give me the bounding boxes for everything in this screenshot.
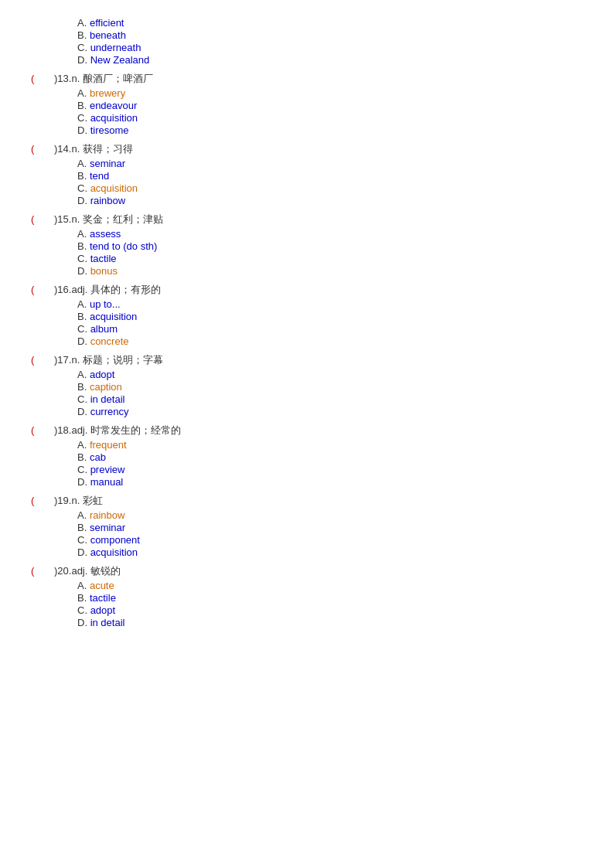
question-chinese-14: 获得；习得 bbox=[83, 142, 133, 156]
option-16-A: A. up to... bbox=[77, 298, 583, 310]
option-17-B: B. caption bbox=[77, 381, 583, 393]
question-chinese-17: 标题；说明；字幕 bbox=[83, 353, 163, 367]
option-19-C: C. component bbox=[77, 534, 583, 546]
option-13-C: C. acquisition bbox=[77, 112, 583, 124]
option-14-B: B. tend bbox=[77, 170, 583, 182]
question-line-13: ()13.n. 酿酒厂；啤酒厂 bbox=[31, 72, 583, 86]
question-text-16: )16.adj. bbox=[54, 284, 90, 295]
option-15-D: D. bonus bbox=[77, 265, 583, 277]
option-17-D: D. currency bbox=[77, 406, 583, 417]
option-14-A: A. seminar bbox=[77, 158, 583, 169]
question-line-18: ()18.adj. 时常发生的；经常的 bbox=[31, 424, 583, 437]
option-15-A: A. assess bbox=[77, 228, 583, 240]
option-label-20-B: B. bbox=[77, 592, 90, 604]
option-label-19-A: A. bbox=[77, 509, 90, 521]
option-text-14-B: tend bbox=[90, 170, 109, 182]
question-chinese-18: 时常发生的；经常的 bbox=[90, 424, 181, 437]
options-list-18: A. frequentB. cabC. previewD. manual bbox=[77, 439, 583, 488]
question-line-20: ()20.adj. 敏锐的 bbox=[31, 564, 583, 578]
option-13-B: B. endeavour bbox=[77, 100, 583, 111]
options-list-19: A. rainbowB. seminarC. componentD. acqui… bbox=[77, 509, 583, 558]
option-text-13-C: acquisition bbox=[90, 112, 138, 124]
option-label-15-D: D. bbox=[77, 265, 90, 277]
option-text-20-B: tactile bbox=[90, 592, 116, 604]
options-list-17: A. adoptB. captionC. in detailD. currenc… bbox=[77, 369, 583, 417]
option-label-14-A: A. bbox=[77, 158, 90, 169]
question-block-18: ()18.adj. 时常发生的；经常的A. frequentB. cabC. p… bbox=[31, 424, 583, 488]
option-text-17-B: caption bbox=[90, 381, 122, 393]
paren-open-18: ( bbox=[31, 424, 54, 436]
option-label-15-B: B. bbox=[77, 240, 90, 252]
option-label-14-C: C. bbox=[77, 182, 90, 194]
option-text-19-A: rainbow bbox=[90, 509, 125, 521]
option-16-D: D. concrete bbox=[77, 335, 583, 347]
question-text-18: )18.adj. bbox=[54, 424, 90, 436]
question-text-19: )19.n. bbox=[54, 495, 83, 506]
question-line-14: ()14.n. 获得；习得 bbox=[31, 142, 583, 156]
preceding-option-d: D. New Zealand bbox=[77, 54, 583, 66]
question-block-19: ()19.n. 彩虹A. rainbowB. seminarC. compone… bbox=[31, 494, 583, 558]
option-text-17-C: in detail bbox=[90, 393, 125, 405]
option-15-B: B. tend to (do sth) bbox=[77, 240, 583, 252]
option-label-15-C: C. bbox=[77, 253, 90, 264]
option-15-C: C. tactile bbox=[77, 253, 583, 264]
option-text-13-A: brewery bbox=[90, 87, 125, 99]
question-text-14: )14.n. bbox=[54, 143, 83, 155]
option-text-14-D: rainbow bbox=[90, 195, 126, 206]
option-text-15-A: assess bbox=[90, 228, 121, 240]
question-line-16: ()16.adj. 具体的；有形的 bbox=[31, 283, 583, 297]
option-20-A: A. acute bbox=[77, 580, 583, 591]
option-label-17-B: B. bbox=[77, 381, 90, 393]
option-text-14-C: acquisition bbox=[90, 182, 138, 194]
question-text-20: )20.adj. bbox=[54, 565, 90, 577]
option-text-19-D: acquisition bbox=[90, 546, 138, 558]
option-text-14-A: seminar bbox=[90, 158, 125, 169]
option-label-20-A: A. bbox=[77, 580, 90, 591]
question-line-19: ()19.n. 彩虹 bbox=[31, 494, 583, 508]
question-text-15: )15.n. bbox=[54, 213, 83, 225]
option-text-13-B: endeavour bbox=[90, 100, 137, 111]
option-text-19-C: component bbox=[90, 534, 140, 546]
option-label-14-B: B. bbox=[77, 170, 90, 182]
paren-open-15: ( bbox=[31, 213, 54, 225]
preceding-option-b: B. beneath bbox=[77, 29, 583, 41]
options-list-20: A. acuteB. tactileC. adoptD. in detail bbox=[77, 580, 583, 628]
option-20-C: C. adopt bbox=[77, 604, 583, 616]
options-list-15: A. assessB. tend to (do sth)C. tactileD.… bbox=[77, 228, 583, 277]
paren-open-14: ( bbox=[31, 143, 54, 155]
preceding-options-list: A. efficient B. beneath C. underneath D.… bbox=[77, 17, 583, 66]
question-chinese-15: 奖金；红利；津贴 bbox=[83, 213, 163, 226]
option-text-20-D: in detail bbox=[90, 617, 125, 628]
question-chinese-19: 彩虹 bbox=[83, 494, 103, 508]
option-label-16-C: C. bbox=[77, 323, 90, 335]
option-label-15-A: A. bbox=[77, 228, 90, 240]
option-label-17-D: D. bbox=[77, 406, 90, 417]
option-label-16-D: D. bbox=[77, 335, 90, 347]
options-list-16: A. up to...B. acquisitionC. albumD. conc… bbox=[77, 298, 583, 347]
preceding-option-a: A. efficient bbox=[77, 17, 583, 29]
question-chinese-20: 敏锐的 bbox=[90, 564, 121, 578]
option-text-18-A: frequent bbox=[90, 439, 127, 451]
option-label-13-B: B. bbox=[77, 100, 90, 111]
option-label-18-B: B. bbox=[77, 451, 90, 463]
option-label-18-C: C. bbox=[77, 464, 90, 475]
paren-open-20: ( bbox=[31, 565, 54, 577]
paren-open-16: ( bbox=[31, 284, 54, 295]
option-18-C: C. preview bbox=[77, 464, 583, 475]
question-block-15: ()15.n. 奖金；红利；津贴A. assessB. tend to (do … bbox=[31, 213, 583, 277]
question-text-17: )17.n. bbox=[54, 354, 83, 366]
option-text-18-D: manual bbox=[90, 476, 124, 488]
option-20-B: B. tactile bbox=[77, 592, 583, 604]
question-chinese-13: 酿酒厂；啤酒厂 bbox=[83, 72, 153, 86]
option-label-20-C: C. bbox=[77, 604, 90, 616]
option-label-17-C: C. bbox=[77, 393, 90, 405]
question-line-17: ()17.n. 标题；说明；字幕 bbox=[31, 353, 583, 367]
option-text-16-D: concrete bbox=[90, 335, 129, 347]
option-label-20-D: D. bbox=[77, 617, 90, 628]
option-19-D: D. acquisition bbox=[77, 546, 583, 558]
option-text-20-C: adopt bbox=[90, 604, 116, 616]
question-block-13: ()13.n. 酿酒厂；啤酒厂A. breweryB. endeavourC. … bbox=[31, 72, 583, 136]
question-block-16: ()16.adj. 具体的；有形的A. up to...B. acquisiti… bbox=[31, 283, 583, 347]
option-text-18-B: cab bbox=[90, 451, 106, 463]
option-label-19-D: D. bbox=[77, 546, 90, 558]
